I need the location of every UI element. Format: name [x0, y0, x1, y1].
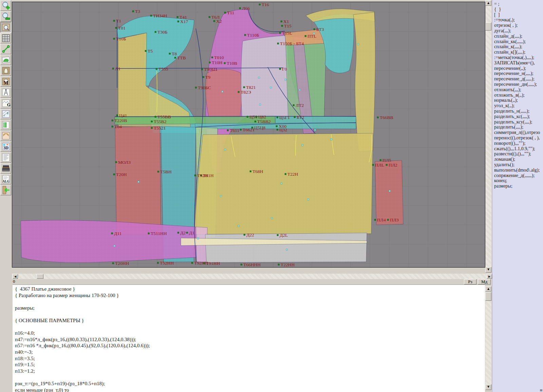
command-item[interactable]: { } [492, 7, 543, 12]
pattern-label: Т821 [246, 85, 256, 90]
code-line: п47:=п16*л_фнк(рз_16,((80,0.33),(112,0.3… [13, 336, 485, 343]
command-item[interactable]: сплайн_к[](,,,,); [492, 50, 543, 55]
books-button[interactable] [0, 163, 11, 174]
pattern-label: Т66ННН [243, 262, 261, 267]
piece-lens-icon [1, 23, 11, 32]
command-item[interactable]: развести((),(),,,""); [492, 151, 543, 157]
grading-button[interactable]: G [0, 98, 11, 109]
command-item[interactable]: выполнить(dmod\.alg); [492, 168, 543, 173]
pattern-label: Т5ВВ2 [257, 119, 271, 124]
pattern-label: Т90БС [198, 85, 211, 90]
pattern-label: Т11 [227, 10, 234, 15]
canvas-vscroll-down-icon[interactable]: ▼ [485, 267, 491, 273]
pattern-label: Л66 [242, 6, 250, 11]
pattern-label: Т1 [116, 18, 121, 23]
pattern-canvas[interactable]: Т3Т1Т01Т10БТИЗ4НТ41Х17Т30БТ5Т8ТТВТ555Л1Т… [12, 2, 485, 268]
command-item[interactable]: перенос((),отрезок( , ), [492, 135, 543, 141]
view-piece-button[interactable] [0, 22, 11, 33]
canvas-vscroll-up-icon[interactable]: ▲ [485, 0, 491, 6]
command-item[interactable]: отложить(,,,); [492, 87, 543, 93]
3d-button[interactable]: 3D [0, 141, 11, 152]
alg-button[interactable]: ALG [0, 174, 11, 184]
pattern-label: ТИЗ4Н [153, 13, 167, 18]
pattern-label: Т91НН [206, 261, 220, 266]
command-item[interactable]: пересечение_н(,,,,); [492, 71, 543, 76]
code-vscroll-down-icon[interactable]: ▼ [485, 384, 491, 390]
command-item[interactable]: = ; [492, 1, 543, 7]
table-button[interactable] [0, 120, 11, 130]
command-item[interactable]: разделить_кс(,,,,); [492, 114, 543, 119]
photo-button[interactable] [0, 131, 11, 141]
code-vscroll-slider[interactable] [485, 292, 491, 301]
grid-icon [1, 34, 11, 43]
command-item[interactable]: пересечение_дн(,,,,,); [492, 82, 543, 87]
zoom-in-icon [1, 1, 11, 10]
command-item[interactable]: сопряжение_д(,,,,,,); [492, 173, 543, 178]
command-item[interactable]: отрезок( , ); [492, 23, 543, 28]
canvas-hscroll-track[interactable] [12, 274, 492, 279]
code-line: { ОСНОВНЫЕ ПАРАМЕТРЫ } [13, 317, 485, 324]
command-item[interactable]: нормаль(,,); [492, 98, 543, 103]
canvas-hscroll-slider[interactable] [37, 274, 43, 279]
command-item[interactable]: удалить(); [492, 162, 543, 168]
pattern-label: Д22 [246, 232, 254, 237]
command-item[interactable]: разделить(,,,,); [492, 124, 543, 130]
segment-button[interactable] [0, 44, 11, 54]
pattern-label: МОЛЗ [118, 160, 131, 165]
code-vscroll-up-icon[interactable]: ▲ [485, 286, 491, 292]
code-vscroll-track[interactable] [485, 286, 491, 390]
pattern-label: Ц51 [249, 114, 257, 119]
pattern-label: Т04 [114, 124, 122, 129]
md-button[interactable]: Мд [478, 279, 491, 285]
svg-text:7: 7 [3, 115, 5, 118]
construct-button[interactable] [0, 87, 11, 98]
command-item[interactable]: разделить_н(,,,,,); [492, 109, 543, 114]
command-item[interactable]: разделить_ксу(,,,,); [492, 119, 543, 125]
command-item[interactable]: дуга(,,,); [492, 28, 543, 34]
command-item[interactable]: размеры; [492, 183, 543, 189]
command-item[interactable]: симметрия_л((),отрезо [492, 130, 543, 135]
canvas-vscroll-slider[interactable] [485, 22, 491, 31]
command-item[interactable]: :=метка(точка(,),,,,); [492, 55, 543, 60]
ruler-button[interactable]: 78 [0, 109, 11, 119]
command-item[interactable]: ЗАПИСАТЬ(имя=(), [492, 60, 543, 66]
command-item[interactable]: сплайн_кк(,,,,,); [492, 39, 543, 44]
command-item[interactable]: отложить_в(,,); [492, 93, 543, 98]
algorithm-code-editor[interactable]: { 4367 Платье джинсовое }{ Разработано н… [13, 285, 485, 392]
zoom-out-button[interactable] [0, 11, 11, 22]
canvas-hscroll-left-icon[interactable]: ◀ [13, 274, 18, 279]
model-button[interactable]: M [0, 76, 11, 87]
sketch-button[interactable] [0, 55, 11, 65]
command-item[interactable]: пересечение_д(,,,,,); [492, 76, 543, 82]
canvas-hscroll-right-icon[interactable]: ▶ [487, 274, 492, 279]
exit-button[interactable] [0, 185, 11, 195]
pattern-label: Д2 [180, 230, 186, 235]
pattern-label: Т511НН [151, 231, 167, 236]
rz-button[interactable]: Рз [464, 279, 476, 285]
command-item[interactable]: угол_к(,,); [492, 103, 543, 109]
grid-button[interactable] [0, 33, 11, 43]
command-item[interactable]: поворот((),,,""); [492, 141, 543, 146]
pattern-label: Т55В2 [154, 119, 167, 124]
command-item[interactable]: :=точка(,); [492, 17, 543, 23]
pattern-label: Д2L [280, 233, 288, 238]
pattern-label: Т010 [214, 55, 224, 60]
zoom-in-button[interactable] [0, 0, 11, 11]
command-item[interactable]: сжать((),,,1.1,0.9,""); [492, 146, 543, 152]
pattern-label: Л1 [115, 66, 120, 71]
pattern-label: Т16 [262, 2, 269, 7]
command-item[interactable]: [ ] [492, 12, 543, 18]
pattern-label: Т52НН [160, 260, 174, 266]
command-item[interactable]: пересечение(,,); [492, 66, 543, 71]
pattern-frame-button[interactable] [0, 65, 11, 76]
pattern-label: Т110Б [247, 33, 259, 38]
pattern-label: Т611 [230, 128, 239, 133]
text-list-button[interactable] [0, 152, 11, 163]
command-item[interactable]: ломаная(); [492, 157, 543, 162]
command-item[interactable]: сплайн_к(,,,,); [492, 44, 543, 50]
command-item[interactable]: конец; [492, 178, 543, 183]
command-item[interactable]: сплайн_д(,,,,); [492, 34, 543, 39]
canvas-vscroll-track[interactable] [485, 0, 491, 273]
pattern-label: Т82Э [241, 90, 251, 95]
pattern-label: Ц5Ц8 [254, 125, 265, 130]
